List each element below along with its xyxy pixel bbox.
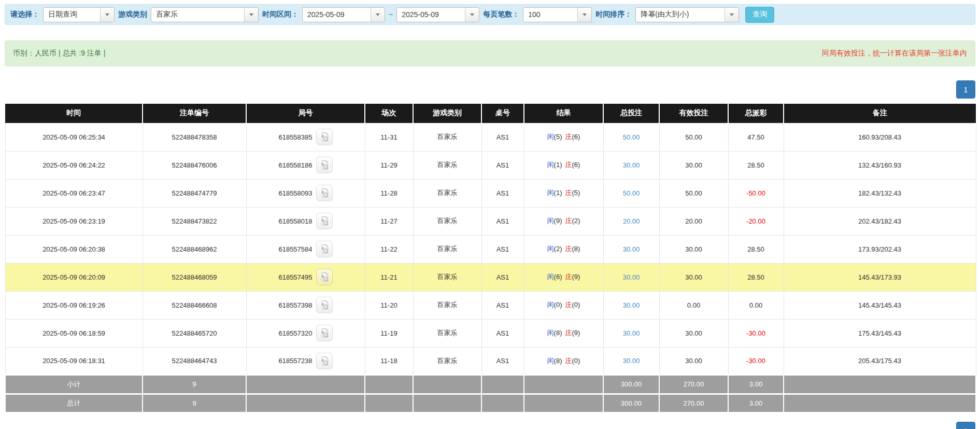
header-session: 场次 bbox=[365, 104, 413, 123]
date-from-picker[interactable] bbox=[302, 7, 385, 22]
cell-result: 闲(2)庄(8) bbox=[524, 235, 603, 263]
chevron-down-icon[interactable] bbox=[244, 8, 258, 22]
cell-valid-bet: 30.00 bbox=[659, 151, 728, 179]
date-to-input[interactable] bbox=[397, 8, 465, 22]
cell-table-no: AS1 bbox=[481, 179, 524, 207]
cell-table-no: AS1 bbox=[481, 123, 524, 151]
total-bet-link[interactable]: 30.00 bbox=[623, 161, 640, 169]
cell-total-bet[interactable]: 50.00 bbox=[603, 179, 659, 207]
cell-payout: 47.50 bbox=[728, 123, 784, 151]
video-record-icon bbox=[319, 328, 330, 338]
video-replay-button[interactable] bbox=[316, 241, 333, 257]
video-replay-button[interactable] bbox=[316, 353, 333, 369]
cell-total-bet[interactable]: 20.00 bbox=[603, 207, 659, 235]
page-size-input[interactable] bbox=[523, 8, 577, 22]
chevron-down-icon[interactable] bbox=[100, 8, 114, 22]
total-bet-link[interactable]: 30.00 bbox=[623, 357, 640, 365]
result-player-label: 闲 bbox=[547, 301, 554, 309]
video-record-icon bbox=[319, 300, 330, 310]
result-player-label: 闲 bbox=[547, 161, 554, 169]
page-size-select[interactable] bbox=[523, 7, 592, 22]
cell-session: 11-20 bbox=[365, 291, 413, 319]
cell-total-bet[interactable]: 50.00 bbox=[603, 123, 659, 151]
chevron-down-icon[interactable] bbox=[371, 8, 385, 22]
cell-total-bet[interactable]: 30.00 bbox=[603, 347, 659, 375]
cell-total-bet[interactable]: 30.00 bbox=[603, 151, 659, 179]
cell-game-type: 百家乐 bbox=[413, 235, 481, 263]
cell-round: 618557584 bbox=[246, 235, 365, 263]
total-bet-link[interactable]: 30.00 bbox=[623, 245, 640, 253]
cell-result: 闲(5)庄(6) bbox=[524, 123, 603, 151]
total-bet-link[interactable]: 50.00 bbox=[623, 189, 640, 197]
result-banker-score: (9) bbox=[572, 273, 580, 281]
cell-total-bet[interactable]: 30.00 bbox=[603, 319, 659, 347]
page-size-label: 每页笔数： bbox=[483, 10, 519, 19]
cell-round: 618558385 bbox=[246, 123, 365, 151]
cell-total-bet[interactable]: 30.00 bbox=[603, 291, 659, 319]
total-bet-link[interactable]: 30.00 bbox=[623, 329, 640, 337]
cell-note: 175.43/145.43 bbox=[784, 319, 976, 347]
table-header-row: 时间 注单编号 局号 场次 游戏类别 桌号 结果 总投注 有效投注 总派彩 备注 bbox=[5, 104, 976, 123]
result-banker-score: (9) bbox=[572, 329, 580, 337]
total-bet-link[interactable]: 30.00 bbox=[623, 301, 640, 309]
cell-game-type: 百家乐 bbox=[413, 123, 481, 151]
video-replay-button[interactable] bbox=[316, 269, 333, 285]
total-bet-link[interactable]: 30.00 bbox=[623, 273, 640, 281]
header-table-no: 桌号 bbox=[481, 104, 524, 123]
date-from-input[interactable] bbox=[303, 8, 371, 22]
cell-table-no: AS1 bbox=[481, 347, 524, 375]
result-player-score: (6) bbox=[554, 273, 562, 281]
cell-game-type: 百家乐 bbox=[413, 207, 481, 235]
video-replay-button[interactable] bbox=[316, 213, 333, 229]
cell-bet-id: 522488476006 bbox=[143, 151, 246, 179]
total-total-bet: 300.00 bbox=[603, 394, 659, 412]
cell-payout: -50.00 bbox=[728, 179, 784, 207]
pagination-page-1-top[interactable]: 1 bbox=[956, 80, 975, 99]
subtotal-payout: 3.00 bbox=[728, 375, 784, 394]
game-type-select[interactable]: 百家乐 bbox=[151, 7, 259, 22]
cell-table-no: AS1 bbox=[481, 151, 524, 179]
total-empty-cell bbox=[524, 394, 603, 412]
total-bet-link[interactable]: 50.00 bbox=[623, 133, 640, 141]
video-replay-button[interactable] bbox=[316, 297, 333, 313]
cell-table-no: AS1 bbox=[481, 235, 524, 263]
cell-payout: 28.50 bbox=[728, 263, 784, 291]
result-banker-label: 庄 bbox=[565, 357, 572, 365]
subtotal-empty-cell bbox=[365, 375, 413, 394]
table-row: 2025-05-09 06:23:47 522488474779 6185580… bbox=[5, 179, 976, 207]
total-bet-link[interactable]: 20.00 bbox=[623, 217, 640, 225]
video-replay-button[interactable] bbox=[316, 129, 333, 145]
video-replay-button[interactable] bbox=[316, 325, 333, 341]
cell-result: 闲(9)庄(2) bbox=[524, 207, 603, 235]
records-table: 时间 注单编号 局号 场次 游戏类别 桌号 结果 总投注 有效投注 总派彩 备注… bbox=[5, 104, 976, 413]
search-button[interactable]: 查询 bbox=[745, 7, 774, 23]
notice-text: 同局有效投注，统一计算在该局第一张注单内 bbox=[822, 49, 967, 58]
cell-payout: -30.00 bbox=[728, 319, 784, 347]
cell-table-no: AS1 bbox=[481, 319, 524, 347]
cell-total-bet[interactable]: 30.00 bbox=[603, 263, 659, 291]
video-record-icon bbox=[319, 272, 330, 282]
cell-payout: -20.00 bbox=[728, 207, 784, 235]
video-replay-button[interactable] bbox=[316, 185, 333, 201]
cell-note: 132.43/160.93 bbox=[784, 151, 976, 179]
result-player-label: 闲 bbox=[547, 133, 554, 141]
header-result: 结果 bbox=[524, 104, 603, 123]
video-replay-button[interactable] bbox=[316, 157, 333, 173]
chevron-down-icon[interactable] bbox=[725, 8, 738, 22]
sort-order-select[interactable]: 降幂(由大到小) bbox=[635, 7, 739, 22]
chevron-down-icon[interactable] bbox=[465, 8, 479, 22]
pagination-page-1-bottom[interactable]: 1 bbox=[956, 422, 975, 429]
query-type-select[interactable]: 日期查询 bbox=[43, 7, 115, 22]
cell-total-bet[interactable]: 30.00 bbox=[603, 235, 659, 263]
result-banker-score: (5) bbox=[572, 189, 580, 197]
subtotal-empty-cell bbox=[246, 375, 365, 394]
date-to-picker[interactable] bbox=[396, 7, 479, 22]
cell-table-no: AS1 bbox=[481, 207, 524, 235]
chevron-down-icon[interactable] bbox=[577, 8, 591, 22]
result-banker-label: 庄 bbox=[565, 161, 572, 169]
cell-result: 闲(8)庄(0) bbox=[524, 347, 603, 375]
cell-valid-bet: 50.00 bbox=[659, 179, 728, 207]
cell-session: 11-19 bbox=[365, 319, 413, 347]
round-number: 618557495 bbox=[278, 273, 312, 281]
header-bet-id: 注单编号 bbox=[143, 104, 246, 123]
